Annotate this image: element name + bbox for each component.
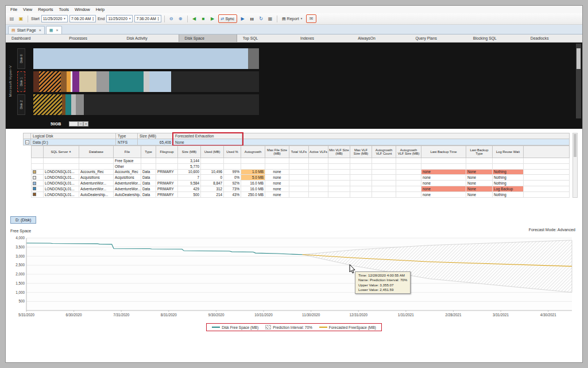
- play-icon[interactable]: ▶: [239, 15, 246, 22]
- col-forecasted-exhaustion[interactable]: Forecasted Exhaustion: [173, 133, 242, 139]
- file-grid-col-type[interactable]: Type: [141, 145, 156, 158]
- col-type[interactable]: Type: [116, 133, 138, 139]
- file-grid-row[interactable]: LONDONSQL01...AutoDealership...AutoDeale…: [31, 192, 570, 198]
- menu-file[interactable]: File: [7, 6, 20, 13]
- disk-zoom-control[interactable]: − +: [69, 121, 88, 126]
- dropdown-icon[interactable]: ▼: [63, 17, 65, 20]
- disk-segment[interactable]: [67, 71, 71, 92]
- scrollbar-thumb[interactable]: [577, 48, 581, 69]
- file-grid-row[interactable]: Free Space3,144: [31, 158, 570, 164]
- file-grid-col-sql-server[interactable]: SQL Server▲: [44, 145, 79, 158]
- view-tab-dashboard[interactable]: Dashboard: [6, 34, 63, 42]
- file-grid-col-used-mb[interactable]: Used (MB): [201, 145, 224, 158]
- refresh-icon[interactable]: ↻: [257, 15, 265, 22]
- menu-window[interactable]: Window: [72, 6, 93, 13]
- zoom-in-icon[interactable]: ⊕: [177, 15, 184, 22]
- report-button[interactable]: ▤ Report ▼: [280, 17, 304, 21]
- file-grid-col-size-mb[interactable]: Size (MB): [178, 145, 201, 158]
- view-tab-top-sql[interactable]: Top SQL: [237, 34, 295, 42]
- menu-reports[interactable]: Reports: [35, 6, 56, 13]
- view-tab-disk-activity[interactable]: Disk Activity: [121, 34, 178, 42]
- document-icon[interactable]: ▤: [8, 15, 16, 22]
- close-icon[interactable]: ×: [39, 28, 41, 32]
- view-tab-alwayson[interactable]: AlwaysOn: [352, 34, 409, 42]
- file-grid-col-autogrowth-vlf-count[interactable]: Autogrowth VLF Count: [372, 145, 396, 158]
- disk-segment[interactable]: [76, 94, 84, 115]
- disk-label-disk-1[interactable]: Disk 1: [17, 71, 25, 92]
- disk-label-disk-2[interactable]: Disk 2: [17, 94, 25, 115]
- disk-segment[interactable]: [33, 48, 248, 69]
- disk-track-2[interactable]: [33, 94, 259, 115]
- time-spinner[interactable]: ▲▼: [92, 17, 94, 21]
- disk-segment[interactable]: [248, 48, 259, 69]
- file-grid-row[interactable]: LONDONSQL01...AdventureWor...AdventureWo…: [31, 181, 570, 186]
- file-grid-col-max-file-size-mb[interactable]: Max File Size (MB): [265, 145, 289, 158]
- disk-segment[interactable]: [79, 71, 96, 92]
- view-tab-blocking-sql[interactable]: Blocking SQL: [467, 34, 525, 42]
- disk-segment[interactable]: [109, 71, 144, 92]
- file-grid-col-last-backup-time[interactable]: Last Backup Time: [421, 145, 466, 158]
- file-grid-row[interactable]: Other5,770: [31, 164, 570, 170]
- file-grid-col-active-vlfs[interactable]: Active VLFs: [309, 145, 328, 158]
- view-tab-query-plans[interactable]: Query Plans: [409, 34, 467, 42]
- menu-help[interactable]: Help: [93, 6, 107, 13]
- file-grid-row[interactable]: LONDONSQL01...AcquisitionsAcquisitionsDa…: [31, 175, 570, 181]
- disk-segment[interactable]: [65, 94, 71, 115]
- zoom-slider-track[interactable]: [69, 121, 78, 126]
- close-icon[interactable]: ×: [56, 28, 58, 32]
- grid-scrollbar[interactable]: [572, 133, 578, 198]
- disk-segment[interactable]: [71, 94, 76, 115]
- dropdown-icon[interactable]: ▼: [129, 17, 131, 20]
- zoom-out-icon[interactable]: ⊖: [168, 15, 175, 22]
- scrollbar-thumb[interactable]: [574, 134, 577, 157]
- end-date-input[interactable]: 11/25/2020 ▼: [106, 15, 133, 22]
- menu-tools[interactable]: Tools: [56, 6, 72, 13]
- file-grid-col-filegroup[interactable]: Filegroup: [156, 145, 178, 158]
- file-grid-col-autogrowth-vlf-size-mb[interactable]: Autogrowth VLF Size (MB): [396, 145, 421, 158]
- file-grid-col-total-vlfs[interactable]: Total VLFs: [289, 145, 309, 158]
- folder-icon[interactable]: ▣: [17, 15, 25, 22]
- file-grid-col-last-backup-type[interactable]: Last Backup Type: [466, 145, 493, 158]
- menu-view[interactable]: View: [20, 6, 35, 13]
- tab-server-target[interactable]: ▦ ×: [46, 26, 62, 34]
- logical-disk-row[interactable]: − Data (D:) NTFS 65,406 None: [23, 139, 570, 145]
- disk-segment[interactable]: [61, 71, 67, 92]
- col-logical-disk[interactable]: Logical Disk: [31, 133, 116, 139]
- tab-start-page[interactable]: ▤ Start Page ×: [8, 26, 45, 34]
- email-report-button[interactable]: ✉: [306, 14, 316, 23]
- view-tab-deadlocks[interactable]: Deadlocks: [525, 34, 582, 42]
- disk-chart-tab[interactable]: D: (Disk): [10, 216, 36, 224]
- zoom-out-button[interactable]: −: [78, 121, 83, 126]
- start-date-input[interactable]: 11/25/2020 ▼: [41, 15, 68, 22]
- disk-segment[interactable]: [33, 94, 62, 115]
- disk-segment[interactable]: [149, 71, 171, 92]
- disk-segment[interactable]: [96, 71, 109, 92]
- view-tab-indexes[interactable]: Indexes: [295, 34, 352, 42]
- sync-button[interactable]: ⇄ Sync: [218, 14, 237, 23]
- file-grid-col-max-vlf-size-mb[interactable]: Max VLF Size (MB): [350, 145, 372, 158]
- disk-segment[interactable]: [144, 71, 149, 92]
- col-size-mb[interactable]: Size (MB): [138, 133, 173, 139]
- file-grid-col-log-reuse-wait[interactable]: Log Reuse Wait: [493, 145, 524, 158]
- file-grid-row[interactable]: LONDONSQL01...Accounts_RecAccounts_RecDa…: [31, 170, 570, 175]
- file-grid-col-autogrowth[interactable]: Autogrowth: [241, 145, 265, 158]
- view-tab-processes[interactable]: Processes: [63, 34, 121, 42]
- start-time-input[interactable]: 7:06:20 AM ▲▼: [69, 15, 96, 22]
- zoom-in-button[interactable]: +: [83, 121, 88, 126]
- disk-label-disk-0[interactable]: Disk 0: [17, 48, 25, 69]
- step-back-icon[interactable]: ◀: [191, 15, 198, 22]
- disk-segment[interactable]: [72, 71, 79, 92]
- pause-icon[interactable]: ▮▮: [248, 15, 256, 22]
- file-grid-col-file[interactable]: File: [114, 145, 141, 158]
- end-time-input[interactable]: 7:36:20 AM ▲▼: [134, 15, 161, 22]
- view-tab-disk-space[interactable]: Disk Space: [179, 34, 237, 42]
- disk-panel-scrollbar[interactable]: [576, 44, 581, 118]
- forecast-chart[interactable]: 5001,0001,5002,0002,5003,0003,5004,0005/…: [8, 233, 577, 321]
- disk-track-1[interactable]: [33, 71, 259, 92]
- calendar-icon[interactable]: ▦: [266, 15, 274, 22]
- stop-icon[interactable]: ■: [200, 15, 207, 22]
- file-grid-col-database[interactable]: Database: [79, 145, 114, 158]
- disk-track-0[interactable]: [33, 48, 259, 69]
- file-grid-col-used[interactable]: Used %: [224, 145, 241, 158]
- time-spinner[interactable]: ▲▼: [157, 17, 160, 21]
